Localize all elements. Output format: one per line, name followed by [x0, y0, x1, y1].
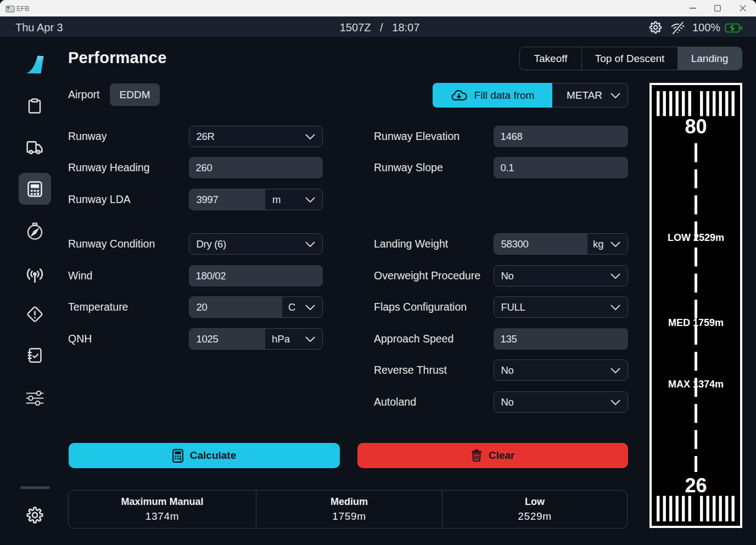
svg-text:80: 80 — [685, 115, 707, 138]
svg-text:LOW 2529m: LOW 2529m — [668, 232, 724, 243]
svg-text:MAX 1374m: MAX 1374m — [668, 379, 724, 390]
svg-text:26: 26 — [685, 474, 707, 497]
svg-text:MED 1759m: MED 1759m — [668, 317, 724, 328]
